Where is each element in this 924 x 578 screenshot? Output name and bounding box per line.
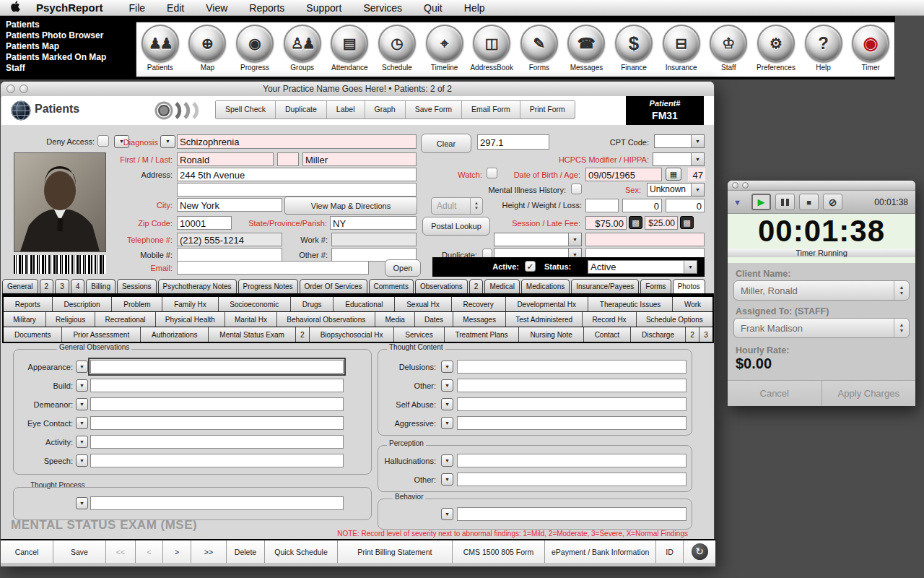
subtab-nursing-note[interactable]: Nursing Note: [519, 327, 583, 342]
delusions-field[interactable]: [457, 360, 687, 374]
state-field[interactable]: [330, 216, 417, 230]
print-form-button[interactable]: Print Form: [520, 101, 575, 118]
diagnosis-dropdown[interactable]: ▼: [160, 135, 175, 148]
cancel-button[interactable]: Cancel: [1, 540, 53, 563]
open-button[interactable]: Open: [385, 259, 421, 277]
client-name-select[interactable]: Miller, Ronald▲▼: [733, 280, 910, 301]
tab-progress-notes[interactable]: Progress Notes: [238, 279, 298, 293]
active-checkbox[interactable]: ✓: [525, 261, 536, 272]
patient-photo[interactable]: [14, 152, 106, 252]
menu-support[interactable]: Support: [306, 2, 341, 14]
aggressive-dropdown[interactable]: ▼: [441, 417, 453, 429]
age-field[interactable]: [688, 168, 705, 181]
calendar-icon[interactable]: ▦: [666, 168, 681, 181]
mental-illness-history-checkbox[interactable]: [571, 184, 582, 194]
tab-sessions[interactable]: Sessions: [117, 279, 157, 293]
subtab-prior-assessment[interactable]: Prior Assessment: [62, 327, 141, 342]
quick-menu-patients[interactable]: Patients: [6, 20, 136, 30]
hallucinations-field[interactable]: [457, 454, 687, 467]
tab-billing[interactable]: Billing: [86, 279, 116, 293]
toolbar-item-map[interactable]: ⊕Map: [184, 22, 232, 77]
perception-other-field[interactable]: [457, 473, 687, 486]
toolbar-item-addressbook[interactable]: ◫AddressBook: [468, 22, 515, 77]
subtab-services[interactable]: Services: [394, 327, 444, 342]
diagnosis-field[interactable]: [177, 134, 417, 149]
disclosure-triangle-icon[interactable]: ▼: [733, 198, 741, 207]
tab-forms[interactable]: Forms: [640, 279, 671, 293]
subtab-recreational[interactable]: Recreational: [95, 312, 155, 327]
save-form-button[interactable]: Save Form: [406, 101, 462, 118]
next-record-button[interactable]: >: [163, 540, 191, 563]
watch-checkbox[interactable]: [487, 168, 497, 178]
telephone-field[interactable]: [177, 233, 282, 246]
subtab-biopsychosocial-hx[interactable]: Biopsychosocial Hx: [310, 327, 395, 342]
duplicate-button[interactable]: Duplicate: [276, 101, 327, 118]
eye-contact-dropdown[interactable]: ▼: [76, 417, 88, 429]
play-button[interactable]: ▶: [751, 194, 771, 210]
work-field[interactable]: [331, 233, 417, 246]
subtab-military[interactable]: Military: [4, 312, 46, 327]
middle-name-field[interactable]: [277, 152, 299, 166]
clear-button[interactable]: Clear: [421, 134, 471, 153]
save-button[interactable]: Save: [53, 540, 106, 563]
appearance-field[interactable]: [90, 360, 344, 374]
thought-process-dropdown[interactable]: ▼: [76, 497, 88, 509]
pause-button[interactable]: [775, 194, 795, 210]
refresh-icon[interactable]: ↻: [692, 543, 708, 560]
subtab-record-hx[interactable]: Record Hx: [583, 312, 637, 327]
subtab-contact[interactable]: Contact: [584, 327, 631, 342]
mobile-field[interactable]: [177, 248, 282, 262]
subtab-dates[interactable]: Dates: [415, 312, 453, 327]
eye-contact-field[interactable]: [90, 416, 344, 430]
subtab-educational[interactable]: Educational: [334, 297, 395, 311]
calculator-icon[interactable]: ▩: [680, 216, 694, 229]
zip-field[interactable]: [177, 216, 232, 230]
timer-minimize-button[interactable]: [742, 182, 749, 189]
thought-process-field[interactable]: [90, 496, 344, 510]
hallucinations-dropdown[interactable]: ▼: [441, 454, 453, 467]
sex-select[interactable]: Unknown▼: [647, 183, 705, 197]
height-field[interactable]: [585, 199, 619, 212]
apple-menu-icon[interactable]: [10, 1, 20, 14]
aggressive-field[interactable]: [457, 416, 687, 430]
stop-button[interactable]: ■: [799, 194, 819, 210]
first-record-button[interactable]: <<: [106, 540, 136, 563]
first-name-field[interactable]: [177, 152, 274, 166]
menu-quit[interactable]: Quit: [424, 2, 443, 14]
toolbar-item-schedule[interactable]: ◷Schedule: [373, 22, 421, 77]
subtab-documents[interactable]: Documents: [4, 327, 62, 342]
subtab-schedule-options[interactable]: Schedule Options: [637, 312, 712, 327]
calculator-icon[interactable]: ▩: [629, 216, 642, 229]
menu-file[interactable]: File: [129, 2, 146, 14]
toolbar-item-timeline[interactable]: ⌖Timeline: [421, 22, 468, 77]
deny-access-checkbox[interactable]: [97, 135, 109, 147]
subtab-behavioral-observations[interactable]: Behavioral Observations: [277, 312, 375, 327]
graph-button[interactable]: Graph: [365, 101, 406, 118]
quick-menu-patients-map[interactable]: Patients Map: [6, 41, 136, 52]
behavior-field[interactable]: [457, 507, 687, 521]
address1-field[interactable]: [177, 168, 417, 181]
menu-edit[interactable]: Edit: [167, 2, 184, 14]
timer-close-button[interactable]: [732, 182, 738, 189]
cms-1500-form-button[interactable]: CMS 1500 805 Form: [453, 540, 546, 563]
activity-dropdown[interactable]: ▼: [76, 436, 88, 448]
tab-psychotherapy-notes[interactable]: Psychotherapy Notes: [158, 279, 237, 293]
speech-field[interactable]: [90, 454, 344, 467]
activity-field[interactable]: [90, 435, 344, 449]
toolbar-item-preferences[interactable]: ⚙Preferences: [752, 22, 800, 77]
build-dropdown[interactable]: ▼: [76, 379, 88, 392]
tab-photos[interactable]: Photos: [673, 279, 705, 293]
subtab-physical-health[interactable]: Physical Health: [156, 312, 225, 327]
quick-schedule-button[interactable]: Quick Schedule: [265, 540, 338, 563]
weight-field[interactable]: [622, 199, 662, 212]
tab-insurance-payees[interactable]: Insurance/Payees: [571, 279, 639, 293]
city-field[interactable]: [177, 198, 282, 212]
subtab-messages[interactable]: Messages: [453, 312, 506, 327]
subtab-authorizations[interactable]: Authorizations: [141, 327, 209, 342]
last-name-field[interactable]: [302, 152, 417, 166]
demeanor-dropdown[interactable]: ▼: [76, 398, 88, 410]
fee-type-select[interactable]: ▼: [494, 233, 582, 246]
toolbar-item-progress[interactable]: ◉Progress: [231, 22, 279, 77]
menu-view[interactable]: View: [206, 2, 227, 14]
menu-help[interactable]: Help: [464, 2, 485, 14]
